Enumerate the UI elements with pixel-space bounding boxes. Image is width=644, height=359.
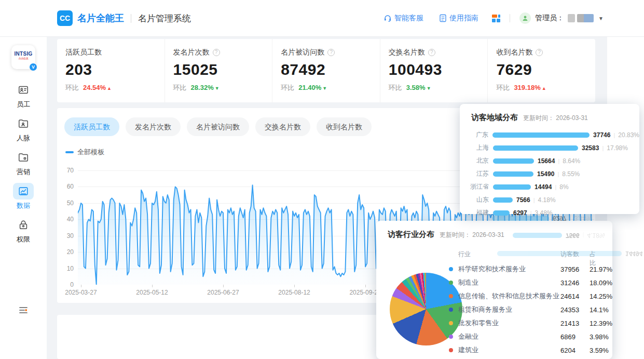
stat-value: 203 <box>65 61 165 78</box>
region-bar-row: 广东 37746 | 20.83% <box>460 128 639 141</box>
region-value: 32583 <box>582 144 599 152</box>
marketing-folder-icon <box>18 152 29 163</box>
trend-arrow-icon: ▼ <box>427 86 431 91</box>
region-label: 山东 <box>460 195 493 204</box>
tab-cards-received[interactable]: 收到名片数 <box>317 117 372 136</box>
industry-row: 信息传输、软件和信息技术服务业 24614 14.25% <box>449 289 600 303</box>
smart-service-label: 智能客服 <box>394 14 423 23</box>
legend-dot <box>449 267 453 271</box>
region-percent: 8% <box>559 183 568 191</box>
industry-name: 科学研究和技术服务业 <box>458 264 560 274</box>
region-bar <box>493 197 513 203</box>
industry-name: 批发和零售业 <box>458 318 560 328</box>
guide-document-icon <box>439 14 447 22</box>
info-icon[interactable]: ? <box>213 49 220 56</box>
info-icon[interactable]: ? <box>428 49 435 56</box>
region-bar-row: 浙江省 14494 | 8% <box>460 180 639 193</box>
region-bar-row: 山东 7566 | 4.18% <box>460 193 639 206</box>
industry-table: 科学研究和技术服务业 37956 21.97% 制造业 31246 18.09%… <box>449 262 600 357</box>
sidebar-item-marketing[interactable]: 营销 <box>7 149 40 177</box>
region-label: 浙江省 <box>460 182 493 191</box>
region-bar-row: 北京 15664 | 8.64% <box>460 154 639 167</box>
user-guide-label: 使用指南 <box>449 14 478 23</box>
tab-cards-exchanged[interactable]: 交换名片数 <box>255 117 310 136</box>
stat-cards-sent: 发名片次数? 15025 环比28.32%▼ <box>165 39 272 102</box>
app-root: CC 名片全能王 名片管理系统 智能客服 使用指南 管理员： ▼ <box>0 0 644 359</box>
employee-card-icon <box>18 84 29 96</box>
region-label: 上海 <box>460 143 493 152</box>
intsig-logo-text: INTSIG <box>11 45 35 57</box>
dropdown-caret-icon[interactable]: ▼ <box>598 16 604 21</box>
industry-panel-title: 访客行业分布 <box>388 230 434 240</box>
region-bar <box>493 171 533 177</box>
legend-dot <box>449 294 453 298</box>
brand-name: 名片全能王 <box>77 12 124 24</box>
legend-line-swatch <box>65 151 74 153</box>
info-icon[interactable]: ? <box>327 49 335 56</box>
industry-share: 3.98% <box>590 333 609 341</box>
legend-dot <box>449 348 453 352</box>
industry-panel: 访客行业分布 更新时间： 2026-03-31 行业 访客数 占比 科学研究和技… <box>376 221 612 359</box>
contacts-folder-icon <box>18 118 29 129</box>
stat-card-views: 名片被访问数? 87492 环比21.40%▼ <box>272 39 380 102</box>
chart-legend: 全部模板 <box>65 148 104 157</box>
region-panel-title: 访客地域分布 <box>471 113 518 123</box>
sidebar-item-data[interactable]: 数据 <box>7 183 40 210</box>
sidebar-item-employees[interactable]: 员工 <box>7 82 40 109</box>
region-value: 15490 <box>537 170 554 178</box>
legend-dot <box>449 321 453 325</box>
trend-arrow-icon: ▼ <box>215 86 220 91</box>
tab-active-employees[interactable]: 活跃员工数 <box>64 117 119 136</box>
smart-service-link[interactable]: 智能客服 <box>383 14 423 23</box>
avatar[interactable] <box>519 12 531 24</box>
region-percent: 8.55% <box>562 170 580 178</box>
admin-label: 管理员： <box>535 14 564 23</box>
region-bar-row: 上海 32583 | 17.98% <box>460 141 639 154</box>
region-updated-time: 更新时间： 2026-03-31 <box>523 114 588 123</box>
collapse-menu-icon[interactable] <box>18 306 29 314</box>
headset-icon <box>383 14 392 22</box>
region-bar <box>493 145 578 151</box>
region-bar-row: 江苏 15490 | 8.55% <box>460 167 639 180</box>
intsig-v-badge: V <box>30 63 37 71</box>
region-value: 6297 <box>513 209 527 217</box>
industry-name: 租赁和商务服务业 <box>458 305 560 314</box>
industry-share: 12.39% <box>590 320 612 327</box>
stat-active-employees: 活跃员工数? 203 环比24.54%▲ <box>57 39 165 102</box>
apps-grid-icon[interactable] <box>492 15 500 22</box>
industry-row: 租赁和商务服务业 24353 14.1% <box>449 303 600 316</box>
industry-visitors: 21413 <box>560 320 590 327</box>
camcard-logo-text: CC <box>60 14 70 22</box>
sidebar-item-contacts[interactable]: 人脉 <box>7 115 40 143</box>
industry-share: 14.25% <box>590 292 612 300</box>
title-divider <box>131 14 131 23</box>
app-title: 名片管理系统 <box>138 12 191 24</box>
sidebar-nav: 员工 人脉 营销 数据 权限 <box>0 82 47 244</box>
region-percent: 3.48% <box>535 209 553 217</box>
user-guide-link[interactable]: 使用指南 <box>439 14 478 23</box>
sidebar-item-permissions[interactable]: 权限 <box>7 217 40 244</box>
data-chart-icon <box>18 185 29 197</box>
info-icon[interactable]: ? <box>536 49 543 56</box>
industry-visitors: 6204 <box>560 347 590 354</box>
stat-value: 7629 <box>496 61 595 78</box>
industry-share: 3.59% <box>590 347 609 354</box>
stat-value: 15025 <box>173 61 272 78</box>
tab-cards-sent[interactable]: 发名片次数 <box>126 117 181 136</box>
region-value: 14494 <box>535 183 552 191</box>
admin-name-redacted <box>577 14 594 22</box>
stat-cards-exchanged: 交换名片数? 100493 环比3.58%▼ <box>380 39 488 102</box>
industry-visitors: 24353 <box>560 306 590 314</box>
legend-dot <box>449 335 453 339</box>
legend-dot <box>449 281 453 285</box>
tab-card-views[interactable]: 名片被访问数 <box>187 117 249 136</box>
industry-visitors: 31246 <box>560 279 590 287</box>
industry-row: 建筑业 6204 3.59% <box>449 343 600 357</box>
navbar-right: 智能客服 使用指南 管理员： ▼ <box>368 12 604 24</box>
region-bar-row: 福建 6297 | 3.48% <box>460 206 639 219</box>
region-value: 37746 <box>593 131 610 139</box>
industry-row: 制造业 31246 18.09% <box>449 276 600 289</box>
region-value: 7566 <box>516 196 530 204</box>
nav-separator <box>510 14 510 22</box>
industry-name: 信息传输、软件和信息技术服务业 <box>458 291 560 301</box>
